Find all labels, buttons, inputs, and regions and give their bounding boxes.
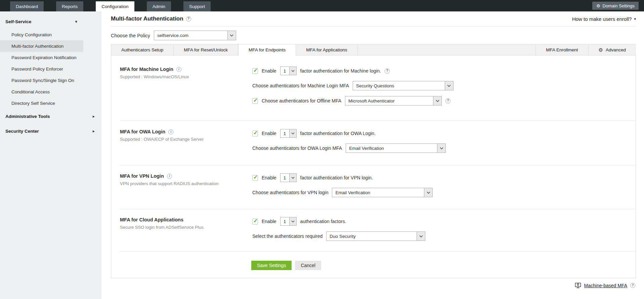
- tab-advanced[interactable]: ⚙ Advanced: [588, 44, 636, 55]
- factor-count-select[interactable]: 1: [280, 217, 297, 226]
- nav-item-dashboard[interactable]: Dashboard: [10, 1, 44, 11]
- owa-login-authenticator-select[interactable]: Email Verification: [346, 143, 446, 153]
- save-settings-button[interactable]: Save Settings: [251, 261, 292, 270]
- factor-count-select[interactable]: 1: [280, 67, 297, 75]
- help-icon[interactable]: ?: [630, 283, 635, 288]
- factor-count-select[interactable]: 1: [280, 129, 297, 138]
- enable-suffix: factor authentication for VPN login.: [300, 175, 373, 180]
- cloud-apps-authenticator-select[interactable]: Duo Security: [326, 231, 425, 241]
- mfa-endpoints-panel: MFA for Machine Login i Supported : Wind…: [111, 55, 636, 278]
- sidebar-item-password-policy-enforcer[interactable]: Password Policy Enforcer: [0, 63, 101, 75]
- gear-icon: ⚙: [596, 4, 600, 8]
- policy-label: Choose the Policy: [111, 33, 150, 38]
- policy-select-value: selfservice.com: [154, 31, 227, 40]
- section-title: MFA for OWA Login: [120, 129, 165, 134]
- info-icon[interactable]: i: [167, 174, 172, 179]
- vpn-login-authenticator-select[interactable]: Email Verification: [332, 188, 433, 197]
- factor-count-value: 1: [281, 67, 289, 75]
- top-navigation: Dashboard Reports Configuration Admin Su…: [0, 0, 644, 11]
- domain-settings-button[interactable]: ⚙ Domain Settings: [592, 2, 639, 10]
- section-subtitle: Supported : Windows/macOS/Linux: [120, 74, 252, 79]
- enable-checkbox[interactable]: ✓: [252, 175, 258, 181]
- enable-checkbox[interactable]: ✓: [252, 131, 258, 136]
- authenticator-select-value: Duo Security: [327, 232, 417, 241]
- help-icon[interactable]: ?: [385, 69, 390, 74]
- section-subtitle: Secure SSO login from ADSelfService Plus…: [120, 225, 252, 230]
- sidebar-group-security-center[interactable]: Security Center ▸: [0, 124, 101, 138]
- enable-row: ✓ Enable 1 factor authentication for Mac…: [252, 67, 454, 75]
- help-icon[interactable]: ?: [445, 98, 450, 103]
- chevron-down-icon: [289, 67, 296, 75]
- enable-checkbox[interactable]: ✓: [252, 219, 258, 224]
- offline-mfa-checkbox[interactable]: ✓: [252, 98, 258, 104]
- authenticator-label: Choose authenticators for VPN login: [252, 190, 328, 195]
- authenticator-row: Choose authenticators for VPN login Emai…: [252, 188, 433, 197]
- title-divider: [111, 26, 636, 27]
- mfa-configuration-page: Dashboard Reports Configuration Admin Su…: [0, 0, 644, 299]
- authenticator-row: Choose authenticators for OWA Login MFA …: [252, 143, 446, 153]
- enable-checkbox[interactable]: ✓: [252, 68, 258, 74]
- tab-mfa-for-endpoints[interactable]: MFA for Endpoints: [238, 44, 296, 55]
- tab-spacer: [358, 44, 536, 55]
- enable-label: Enable: [262, 131, 276, 136]
- chevron-down-icon: [227, 31, 236, 40]
- sidebar-group-self-service[interactable]: Self-Service ▾: [0, 14, 101, 29]
- chevron-down-icon: [437, 144, 445, 153]
- factor-count-select[interactable]: 1: [280, 173, 297, 182]
- nav-item-admin[interactable]: Admin: [147, 1, 171, 11]
- offline-mfa-authenticator-select[interactable]: Microsoft Authenticator: [345, 96, 442, 105]
- sidebar-item-password-sync-single-sign-on[interactable]: Password Sync/Single Sign On: [0, 75, 101, 86]
- nav-item-configuration[interactable]: Configuration: [96, 1, 134, 11]
- sidebar-item-policy-configuration[interactable]: Policy Configuration: [0, 29, 101, 40]
- authenticator-label: Choose authenticators for Machine Login …: [252, 83, 349, 88]
- cancel-button[interactable]: Cancel: [295, 261, 321, 270]
- section-title: MFA for Machine Login: [120, 67, 173, 72]
- info-icon[interactable]: i: [176, 67, 181, 72]
- enable-label: Enable: [262, 219, 276, 224]
- authenticator-row: Choose authenticators for Machine Login …: [252, 81, 454, 90]
- tab-strip: Authenticators Setup MFA for Reset/Unloc…: [111, 44, 636, 55]
- tab-mfa-enrollment[interactable]: MFA Enrollment: [535, 44, 588, 55]
- authenticator-select-value: Email Verification: [332, 188, 424, 197]
- tab-mfa-for-reset-unlock[interactable]: MFA for Reset/Unlock: [174, 44, 238, 55]
- check-icon: ✓: [253, 67, 258, 74]
- chevron-down-icon: [445, 81, 453, 90]
- chevron-down-icon: [289, 217, 296, 225]
- factor-count-value: 1: [281, 217, 289, 225]
- tab-authenticators-setup[interactable]: Authenticators Setup: [111, 44, 174, 55]
- machine-login-authenticator-select[interactable]: Security Questions: [353, 81, 454, 90]
- caret-right-icon: ▸: [93, 129, 95, 133]
- section-title: MFA for Cloud Applications: [120, 217, 183, 222]
- domain-settings-label: Domain Settings: [603, 3, 635, 8]
- chevron-down-icon: [424, 188, 432, 197]
- authenticator-label: Choose authenticators for OWA Login MFA: [252, 145, 342, 151]
- offline-mfa-label: Choose authenticators for Offline MFA: [262, 98, 341, 103]
- info-icon[interactable]: i: [168, 129, 173, 134]
- nav-item-support[interactable]: Support: [183, 1, 211, 11]
- machine-monitor-lock-icon: [575, 283, 581, 288]
- section-mfa-vpn-login: MFA for VPN Login i VPN providers that s…: [111, 165, 636, 209]
- sidebar-item-password-expiration-notification[interactable]: Password Expiration Notification: [0, 52, 101, 63]
- enable-row: ✓ Enable 1 authentication factors.: [252, 217, 425, 226]
- tab-mfa-for-applications[interactable]: MFA for Applications: [296, 44, 357, 55]
- section-mfa-machine-login: MFA for Machine Login i Supported : Wind…: [111, 55, 636, 121]
- enable-suffix: authentication factors.: [300, 219, 346, 224]
- policy-select[interactable]: selfservice.com: [154, 31, 236, 40]
- section-subtitle: Supported : OWA/ECP of Exchange Server: [120, 137, 252, 142]
- nav-item-reports[interactable]: Reports: [56, 1, 83, 11]
- sidebar-item-conditional-access[interactable]: Conditional Access: [0, 86, 101, 97]
- enable-label: Enable: [262, 175, 276, 180]
- sidebar-item-multi-factor-authentication[interactable]: Multi-factor Authentication: [0, 40, 83, 52]
- authenticator-select-value: Security Questions: [353, 81, 445, 90]
- check-icon: ✓: [253, 218, 258, 224]
- how-to-enroll-link[interactable]: How to make users enroll? ▾: [572, 16, 636, 22]
- machine-based-mfa-link[interactable]: Machine-based MFA: [584, 283, 627, 288]
- sidebar-group-administrative-tools[interactable]: Administrative Tools ▸: [0, 109, 101, 124]
- caret-down-icon: ▾: [634, 17, 636, 21]
- sidebar-item-directory-self-service[interactable]: Directory Self Service: [0, 97, 101, 109]
- authenticator-row: Select the authenticators required Duo S…: [252, 231, 425, 241]
- chevron-down-icon: [289, 174, 296, 182]
- chevron-down-icon: [417, 232, 425, 241]
- footer: Machine-based MFA ?: [111, 283, 636, 288]
- help-icon[interactable]: ?: [186, 16, 191, 22]
